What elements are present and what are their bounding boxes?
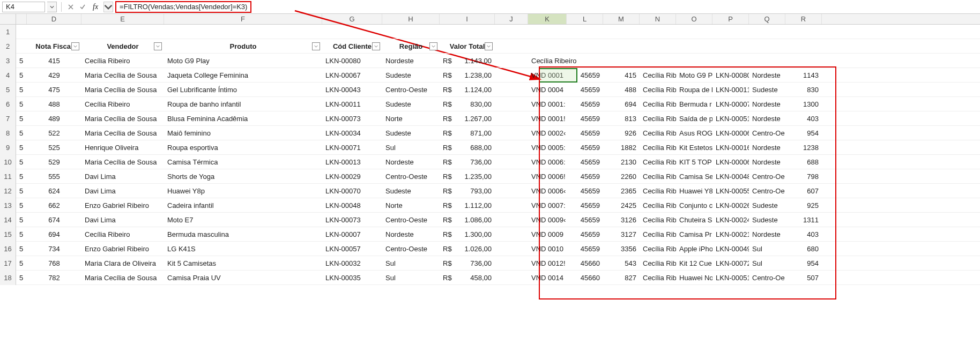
cell-filt-n[interactable]: Cecília Rib — [640, 198, 676, 212]
cell-filt-r[interactable]: 607 — [785, 184, 822, 198]
cell-filt-r[interactable]: 688 — [785, 155, 822, 169]
formula-input[interactable]: =FILTRO(Vendas;Vendas[Vendedor]=K3) — [115, 1, 251, 13]
cell[interactable]: 5 — [16, 140, 27, 154]
cell-filt-r[interactable]: 798 — [785, 169, 822, 183]
cell-filt-p[interactable]: LKN-00024 — [712, 213, 749, 227]
cell-filt-k[interactable]: VND 0001! — [528, 111, 567, 125]
cell[interactable] — [495, 140, 528, 154]
cell-nf[interactable]: 429 — [27, 68, 81, 82]
cell-filt-k[interactable]: VND 0012! — [528, 256, 567, 270]
cell-filt-o[interactable]: Apple iPho — [676, 242, 712, 256]
cell-vendedor[interactable]: Maria Cecília de Sousa — [81, 271, 164, 284]
cell[interactable]: 5 — [16, 242, 27, 256]
cell-regiao[interactable]: Norte — [382, 111, 440, 125]
cell-nf[interactable]: 768 — [27, 256, 81, 270]
cell-regiao[interactable]: Centro-Oeste — [382, 213, 440, 227]
cell-regiao[interactable]: Nordeste — [382, 54, 440, 68]
cell-regiao[interactable]: Sul — [382, 256, 440, 270]
cell-cod[interactable]: LKN-00067 — [322, 68, 382, 82]
cell-filt-m[interactable]: 2260 — [603, 169, 640, 183]
cell-filt-m[interactable]: 415 — [603, 68, 640, 82]
cell-filt-p[interactable]: LKN-00006 — [712, 126, 749, 140]
cell-filt-o[interactable]: Conjunto c — [676, 198, 712, 212]
row-header[interactable]: 11 — [0, 169, 16, 184]
cell-produto[interactable]: Kit 5 Camisetas — [164, 256, 322, 270]
cell-filt-q[interactable]: Nordeste — [749, 140, 785, 154]
row-header[interactable]: 6 — [0, 97, 16, 111]
cell-filt-m[interactable]: 827 — [603, 271, 640, 284]
cell-filt-l[interactable]: 45659 — [567, 242, 603, 256]
cell-filt-r[interactable]: 925 — [785, 198, 822, 212]
cell-filt-o[interactable]: Roupa de l — [676, 83, 712, 96]
cell-filt-r[interactable]: 1143 — [785, 68, 822, 82]
row-header[interactable]: 9 — [0, 140, 16, 155]
cell-filt-o[interactable]: Chuteira S — [676, 213, 712, 227]
cell-filt-r[interactable]: 954 — [785, 256, 822, 270]
cell-filt-n[interactable]: Cecília Rib — [640, 140, 676, 154]
cell-filt-k[interactable]: VND 0007: — [528, 198, 567, 212]
cell-filt-p[interactable]: LKN-00048 — [712, 169, 749, 183]
cell-nf[interactable]: 525 — [27, 140, 81, 154]
cell[interactable] — [567, 54, 603, 68]
cell-valor[interactable]: R$1.143,00 — [440, 54, 495, 68]
cell-cod[interactable]: LKN-00034 — [322, 126, 382, 140]
row-header[interactable]: 12 — [0, 184, 16, 198]
cell-filt-k[interactable]: VND 0006‹ — [528, 184, 567, 198]
cell-valor[interactable]: R$688,00 — [440, 140, 495, 154]
cell-filt-l[interactable]: 45659 — [567, 97, 603, 111]
cell-filt-m[interactable]: 2130 — [603, 155, 640, 169]
cell-filt-p[interactable]: LKN-00016 — [712, 140, 749, 154]
cell-valor[interactable]: R$1.235,00 — [440, 169, 495, 183]
cell-valor[interactable]: R$1.112,00 — [440, 198, 495, 212]
cell-filt-k[interactable]: VND 0004 — [528, 83, 567, 96]
row-header[interactable]: 1 — [0, 25, 16, 39]
cell-vendedor[interactable]: Maria Cecília de Sousa — [81, 126, 164, 140]
cell[interactable]: 5 — [16, 97, 27, 111]
cell[interactable] — [603, 54, 640, 68]
cell-filt-m[interactable]: 1882 — [603, 140, 640, 154]
cell-filt-p[interactable]: LKN-00051 — [712, 271, 749, 284]
cell-cod[interactable]: LKN-00080 — [322, 54, 382, 68]
cell-filt-m[interactable]: 488 — [603, 83, 640, 96]
cell[interactable] — [749, 54, 785, 68]
cell-regiao[interactable]: Sudeste — [382, 126, 440, 140]
cell-filt-m[interactable]: 813 — [603, 111, 640, 125]
cell-filt-n[interactable]: Cecília Rib — [640, 97, 676, 111]
col-header[interactable]: Q — [749, 14, 785, 24]
cell-produto[interactable]: Bermuda masculina — [164, 227, 322, 241]
cell-filt-r[interactable]: 1238 — [785, 140, 822, 154]
cell[interactable] — [676, 54, 712, 68]
cell-filt-k[interactable]: VND 0009‹ — [528, 213, 567, 227]
cell-k3[interactable]: Cecília Ribeiro — [528, 54, 567, 68]
cell-cod[interactable]: LKN-00073 — [322, 111, 382, 125]
cell-filt-o[interactable]: Saída de p — [676, 111, 712, 125]
cell-vendedor[interactable]: Cecília Ribeiro — [81, 54, 164, 68]
cell-filt-o[interactable]: Huawei Y8 — [676, 184, 712, 198]
cell-filt-r[interactable]: 680 — [785, 242, 822, 256]
cell-nf[interactable]: 782 — [27, 271, 81, 284]
cell-filt-m[interactable]: 694 — [603, 97, 640, 111]
cell-regiao[interactable]: Sul — [382, 140, 440, 154]
fx-icon[interactable]: fx — [93, 3, 98, 11]
cell-cod[interactable]: LKN-00073 — [322, 213, 382, 227]
filter-dropdown-icon[interactable] — [485, 42, 493, 50]
cell-filt-k[interactable]: VND 0006! — [528, 169, 567, 183]
filter-dropdown-icon[interactable] — [312, 42, 320, 50]
row-header[interactable]: 13 — [0, 198, 16, 213]
cell-filt-l[interactable]: 45659 — [567, 111, 603, 125]
cell-nf[interactable]: 624 — [27, 184, 81, 198]
cell-produto[interactable]: Gel Lubrificante Íntimo — [164, 83, 322, 96]
cell-filt-l[interactable]: 45660 — [567, 271, 603, 284]
cell-vendedor[interactable]: Maria Cecília de Sousa — [81, 111, 164, 125]
cell-filt-q[interactable]: Sudeste — [749, 198, 785, 212]
cell-vendedor[interactable]: Maria Clara de Oliveira — [81, 256, 164, 270]
cell-filt-l[interactable]: 45659 — [567, 169, 603, 183]
cell-filt-n[interactable]: Cecília Rib — [640, 155, 676, 169]
cell-filt-q[interactable]: Nordeste — [749, 97, 785, 111]
cell[interactable] — [495, 169, 528, 183]
cell-valor[interactable]: R$736,00 — [440, 256, 495, 270]
cell-filt-m[interactable]: 3126 — [603, 213, 640, 227]
cell-filt-k[interactable]: VND 0002‹ — [528, 126, 567, 140]
cell-cod[interactable]: LKN-00071 — [322, 140, 382, 154]
cell-regiao[interactable]: Sul — [382, 271, 440, 284]
